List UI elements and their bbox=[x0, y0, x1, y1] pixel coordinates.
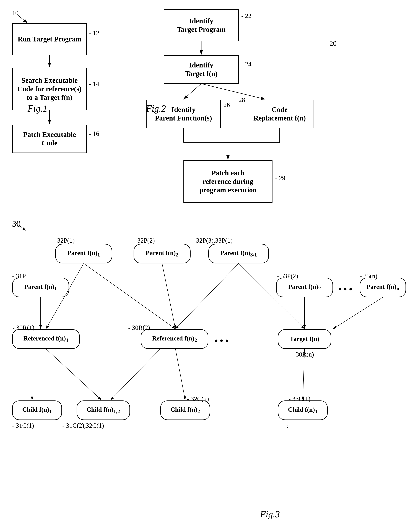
dots-1: • • • bbox=[338, 284, 352, 294]
ref-32p2: - 32P(2) bbox=[134, 237, 155, 244]
child-fn12-node: Child f(n)1,2 bbox=[77, 400, 130, 420]
dots-2: • • • bbox=[215, 335, 228, 346]
fig1-diagram-number: 10 bbox=[12, 9, 19, 17]
patch-each-box: Patch eachreference duringprogram execut… bbox=[183, 160, 273, 203]
identify-target-fn-box: IdentifyTarget f(n) bbox=[164, 55, 239, 84]
parent-fn1-top-node: Parent f(n)1 bbox=[55, 244, 112, 263]
ref-33c1: - 33C(1) bbox=[288, 395, 310, 403]
ref-26: 26 bbox=[224, 101, 230, 109]
dots-below: : bbox=[287, 422, 288, 429]
svg-line-13 bbox=[84, 263, 176, 329]
fig3-number: 30 bbox=[12, 219, 21, 229]
ref-32c2: - 32C(2) bbox=[187, 395, 209, 403]
ref-28: 28 bbox=[239, 96, 245, 104]
target-fn-node: Target f(n) bbox=[278, 329, 331, 349]
run-target-box: Run Target Program bbox=[12, 23, 87, 55]
svg-line-21 bbox=[46, 349, 101, 400]
ref-33p2: - 33P(2) bbox=[277, 272, 298, 280]
svg-line-15 bbox=[176, 263, 239, 329]
referenced-fn1-node: Referenced f(n)1 bbox=[12, 329, 80, 349]
parent-fn2-top-node: Parent f(n)2 bbox=[134, 244, 191, 263]
ref-32p3-33p1: - 32P(3),33P(1) bbox=[192, 237, 233, 244]
fig2-number: 20 bbox=[329, 39, 337, 48]
parent-fn-n-node: Parent f(n)n bbox=[360, 278, 406, 297]
svg-line-23 bbox=[176, 349, 185, 400]
parent-fn1-left-node: Parent f(n)1 bbox=[12, 278, 69, 297]
svg-line-6 bbox=[201, 84, 265, 99]
parent-fn2-right-node: Parent f(n)2 bbox=[276, 278, 333, 297]
ref-14: - 14 bbox=[89, 80, 99, 87]
fig1-label: Fig.1 bbox=[28, 103, 47, 114]
ref-24: - 24 bbox=[241, 60, 251, 68]
svg-line-1 bbox=[18, 15, 28, 23]
ref-16: - 16 bbox=[89, 130, 99, 137]
ref-29: - 29 bbox=[275, 174, 285, 182]
ref-12: - 12 bbox=[89, 29, 99, 37]
child-fn1-node: Child f(n)1 bbox=[12, 400, 62, 420]
fig2-label: Fig.2 bbox=[146, 103, 166, 114]
child-fn2-node: Child f(n)2 bbox=[160, 400, 210, 420]
ref-30r2: - 30R(2) bbox=[128, 324, 150, 332]
child-fn1-right-node: Child f(n)1 bbox=[278, 400, 328, 420]
ref-33n: - 33(n) bbox=[360, 272, 377, 280]
ref-31c1: - 31C(1) bbox=[12, 422, 34, 429]
svg-line-5 bbox=[183, 84, 201, 99]
ref-30r1: - 30R(1) bbox=[12, 324, 34, 332]
ref-31c2-32c1: - 31C(2),32C(1) bbox=[62, 422, 104, 429]
referenced-fn2-node: Referenced f(n)2 bbox=[141, 329, 208, 349]
identify-target-prog-box: IdentifyTarget Program bbox=[164, 9, 239, 41]
search-exec-box: Search ExecutableCode for reference(s)to… bbox=[12, 68, 87, 110]
svg-line-19 bbox=[333, 297, 383, 329]
code-replacement-box: CodeReplacement f(n) bbox=[246, 100, 314, 128]
ref-31p: - 31P bbox=[12, 272, 26, 280]
svg-line-22 bbox=[110, 349, 160, 400]
ref-22: - 22 bbox=[241, 12, 251, 19]
parent-fn31-node: Parent f(n)3/1 bbox=[208, 244, 269, 263]
ref-32p1: - 32P(1) bbox=[53, 237, 75, 244]
ref-30rn: - 30R(n) bbox=[292, 351, 314, 358]
patch-exec-box: Patch ExecutableCode bbox=[12, 124, 87, 153]
fig3-label: Fig.3 bbox=[260, 509, 280, 520]
svg-line-14 bbox=[162, 263, 176, 329]
